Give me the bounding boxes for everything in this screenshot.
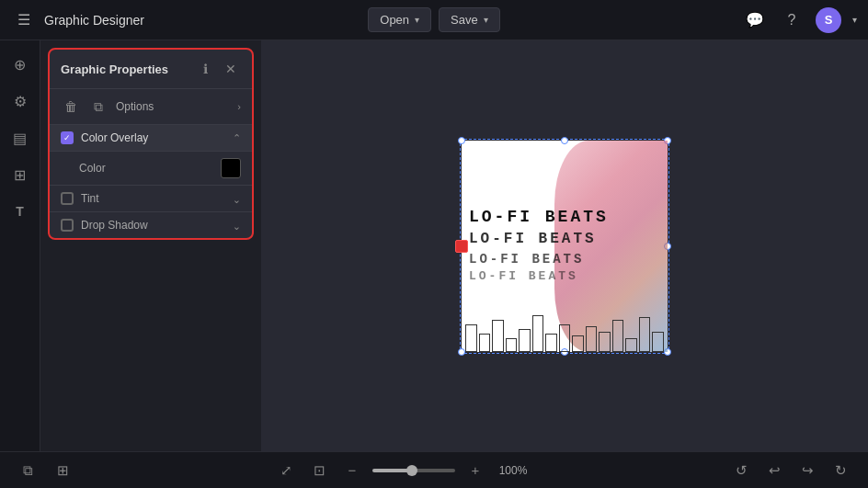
- panel-title-group: Graphic Properties: [61, 62, 168, 76]
- options-label: Options: [116, 100, 154, 113]
- lofi-text-1: LO-FI BEATS: [469, 207, 660, 228]
- tint-chevron-icon: ⌃: [233, 193, 241, 205]
- bar-chart-area: [462, 306, 668, 352]
- canvas-selection-wrapper: LO-FI BEATS LO-FI BEATS LO-FI BEATS LO-F…: [462, 141, 668, 352]
- bar-11: [599, 332, 611, 352]
- panel-header-actions: ℹ ✕: [195, 59, 241, 79]
- drop-shadow-checkbox[interactable]: [61, 219, 74, 232]
- topbar-right: 💬 ? S ▾: [500, 7, 857, 33]
- zoom-in-icon[interactable]: +: [463, 458, 488, 483]
- info-icon[interactable]: ℹ: [195, 59, 215, 79]
- bar-10: [586, 326, 598, 352]
- tint-checkbox[interactable]: [61, 192, 74, 205]
- panel-area: Graphic Properties ℹ ✕ 🗑 ⧉ Options ›: [40, 40, 261, 451]
- topbar: ☰ Graphic Designer Open ▾ Save ▾ 💬 ? S ▾: [0, 0, 868, 40]
- chat-icon[interactable]: 💬: [742, 7, 768, 33]
- refresh-icon[interactable]: ↻: [828, 458, 853, 483]
- lofi-text-2: LO-FI BEATS: [469, 230, 660, 249]
- options-row[interactable]: 🗑 ⧉ Options ›: [50, 89, 252, 125]
- bar-15: [652, 332, 664, 352]
- tint-row[interactable]: Tint ⌃: [50, 186, 252, 212]
- sidebar-icon-elements[interactable]: ⊞: [4, 158, 37, 191]
- delete-icon[interactable]: 🗑: [61, 96, 81, 117]
- sidebar-icon-text[interactable]: T: [4, 195, 37, 228]
- panel-header: Graphic Properties ℹ ✕: [50, 50, 252, 89]
- graphic-properties-panel: Graphic Properties ℹ ✕ 🗑 ⧉ Options ›: [48, 48, 254, 240]
- bar-3: [492, 320, 504, 352]
- options-chevron-icon: ›: [237, 101, 241, 112]
- bottombar: ⧉ ⊞ ⤢ ⊡ − + 100% ↺ ↩ ↪ ↻: [0, 451, 868, 488]
- help-icon[interactable]: ?: [779, 7, 805, 33]
- color-label: Color: [79, 162, 106, 175]
- bottombar-center: ⤢ ⊡ − + 100%: [273, 458, 531, 483]
- shadow-chevron-icon: ⌃: [233, 220, 241, 232]
- bottombar-right: ↺ ↩ ↪ ↻: [728, 458, 853, 483]
- tint-left: Tint: [61, 192, 99, 205]
- menu-icon[interactable]: ☰: [11, 7, 37, 33]
- expand-icon[interactable]: ⤢: [273, 458, 299, 483]
- redo-icon[interactable]: ↪: [794, 458, 820, 483]
- bar-7: [545, 334, 557, 352]
- canvas-area[interactable]: LO-FI BEATS LO-FI BEATS LO-FI BEATS LO-F…: [261, 40, 868, 451]
- bar-6: [532, 315, 544, 352]
- drop-shadow-row[interactable]: Drop Shadow ⌃: [50, 212, 252, 238]
- bottombar-left: ⧉ ⊞: [15, 458, 75, 483]
- save-chevron-icon: ▾: [484, 15, 488, 25]
- options-left: 🗑 ⧉ Options: [61, 96, 154, 117]
- lofi-text-3: LO-FI BEATS: [469, 251, 660, 267]
- canvas-graphic[interactable]: LO-FI BEATS LO-FI BEATS LO-FI BEATS LO-F…: [462, 141, 668, 352]
- topbar-left: ☰ Graphic Designer: [11, 7, 368, 33]
- bar-5: [519, 329, 531, 352]
- sidebar-icon-layers[interactable]: ▤: [4, 121, 37, 154]
- handle-top-left[interactable]: [458, 137, 465, 144]
- zoom-out-icon[interactable]: −: [339, 458, 365, 483]
- bar-8: [559, 324, 571, 352]
- bar-9: [572, 335, 584, 352]
- color-overlay-label: Color Overlay: [81, 131, 148, 144]
- bar-13: [625, 338, 637, 352]
- panel-title: Graphic Properties: [61, 62, 168, 76]
- open-button[interactable]: Open ▾: [368, 7, 431, 32]
- lofi-text-4: LO-FI BEATS: [469, 269, 660, 285]
- shadow-left: Drop Shadow: [61, 219, 148, 232]
- bar-4: [506, 338, 518, 352]
- overlay-left: ✓ Color Overlay: [61, 131, 148, 144]
- tint-label: Tint: [81, 192, 99, 205]
- avatar-chevron-icon: ▾: [852, 15, 857, 25]
- checkmark-icon: ✓: [63, 134, 71, 142]
- zoom-slider[interactable]: [372, 469, 455, 472]
- zoom-label: 100%: [496, 464, 531, 477]
- sidebar-icon-select[interactable]: ⊕: [4, 48, 37, 81]
- bar-1: [465, 324, 477, 352]
- crop-icon[interactable]: ⊡: [306, 458, 332, 483]
- main-area: ⊕ ⚙ ▤ ⊞ T Graphic Properties ℹ ✕ 🗑 ⧉: [0, 40, 868, 451]
- red-handle[interactable]: [455, 240, 468, 253]
- left-sidebar: ⊕ ⚙ ▤ ⊞ T: [0, 40, 40, 451]
- color-overlay-checkbox[interactable]: ✓: [61, 131, 74, 144]
- handle-top-mid[interactable]: [561, 137, 568, 144]
- grid-icon[interactable]: ⊞: [50, 458, 75, 483]
- overlay-chevron-up-icon: ⌃: [233, 132, 241, 144]
- avatar[interactable]: S: [816, 7, 841, 33]
- rotate-left-icon[interactable]: ↺: [728, 458, 754, 483]
- color-swatch[interactable]: [221, 158, 241, 178]
- undo-icon[interactable]: ↩: [761, 458, 787, 483]
- color-row: Color: [50, 152, 252, 186]
- bar-2: [479, 334, 491, 352]
- sidebar-icon-filter[interactable]: ⚙: [4, 85, 37, 118]
- app-title: Graphic Designer: [44, 13, 144, 28]
- color-overlay-row[interactable]: ✓ Color Overlay ⌃: [50, 125, 252, 152]
- close-icon[interactable]: ✕: [221, 59, 241, 79]
- copy-icon[interactable]: ⧉: [88, 96, 108, 117]
- layers-icon[interactable]: ⧉: [15, 458, 40, 483]
- bar-14: [639, 317, 651, 352]
- bar-12: [612, 320, 624, 352]
- topbar-center: Open ▾ Save ▾: [368, 7, 499, 32]
- open-chevron-icon: ▾: [415, 15, 419, 25]
- drop-shadow-label: Drop Shadow: [81, 219, 148, 232]
- save-button[interactable]: Save ▾: [439, 7, 500, 32]
